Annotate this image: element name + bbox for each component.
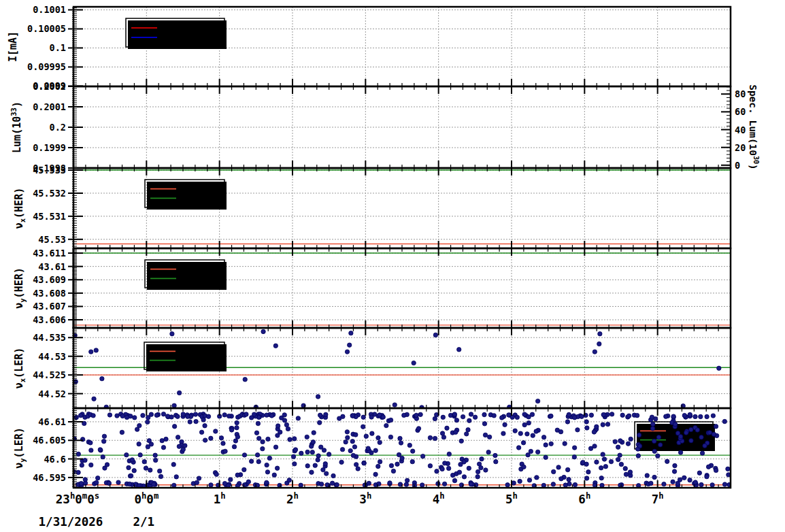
- y-axis-title: νx(LER): [13, 348, 27, 389]
- y-tick-label: 0.2002: [33, 81, 66, 92]
- y-axis-title: νy(LER): [13, 427, 27, 469]
- y-tick-label: 43.608: [33, 288, 66, 299]
- plot-canvas: LER 6.41E-2HER 4.27E-20.10010.100050.10.…: [0, 0, 785, 532]
- y-tick-label: 45.533: [33, 165, 66, 176]
- legend-label: 45.533: [186, 193, 218, 203]
- x-tick-label: 3h: [359, 491, 371, 506]
- date-label: 2/1: [133, 515, 155, 529]
- panel-current: LER 6.41E-2HER 4.27E-20.10010.100050.10.…: [7, 4, 731, 91]
- y-axis-ticks: 43.61143.6143.60943.60843.60743.606: [33, 248, 83, 328]
- y-tick-label: 46.61: [38, 416, 66, 427]
- legend-label: 44.527: [186, 355, 218, 365]
- x-tick-label: 23h0m0s: [56, 491, 99, 506]
- legend: 45.53045.533: [145, 180, 227, 210]
- date-label: 1/31/2026: [39, 515, 103, 529]
- panel-nux-ler: 44.52544.52744.53544.5344.52544.52νx(LER…: [13, 328, 731, 410]
- y-axis-ticks: 0.10010.100050.10.099950.0999: [27, 4, 83, 91]
- legend-label: HER 4.27E-2: [161, 33, 218, 43]
- y-tick-label: 0.2001: [33, 101, 66, 112]
- y-tick-label: 45.53: [38, 234, 66, 245]
- right-tick-label: 60: [735, 106, 746, 117]
- y-tick-label: 44.525: [33, 369, 66, 380]
- y-tick-label: 43.61: [38, 261, 66, 272]
- y-tick-label: 0.09995: [27, 61, 66, 72]
- y-tick-label: 44.52: [38, 388, 66, 399]
- x-tick-label: 1h: [214, 491, 226, 506]
- y-tick-label: 0.2: [50, 122, 66, 133]
- y-axis-ticks: 46.6146.60546.646.595: [33, 409, 83, 487]
- y-axis-title: I[mA]: [7, 31, 19, 62]
- legend: 43.60643.611: [145, 260, 227, 290]
- y-axis-title: νy(HER): [13, 267, 27, 309]
- right-tick-label: 20: [735, 142, 746, 153]
- legend-label: LER 6.41E-2: [161, 23, 218, 33]
- y-tick-label: 46.6: [44, 454, 66, 465]
- panel-nux-her: 45.53045.53345.53345.53245.53145.53νx(HE…: [13, 165, 731, 248]
- right-tick-label: 0: [735, 160, 740, 171]
- right-tick-label: 80: [735, 88, 746, 99]
- y-tick-label: 43.611: [33, 248, 66, 259]
- y-tick-label: 45.532: [33, 188, 66, 199]
- y-tick-label: 43.607: [33, 301, 66, 312]
- x-axis-labels: 23h0m0s0h0m1h2h3h4h5h6h7h1/31/20262/1: [39, 491, 664, 529]
- x-tick-label: 0h0m: [134, 491, 158, 506]
- right-axis-title: Spec. Lum(1030): [748, 84, 760, 170]
- legend: 44.52544.527: [144, 342, 227, 371]
- x-tick-label: 7h: [652, 491, 664, 506]
- y-tick-label: 45.531: [33, 211, 66, 222]
- panel-nuy-ler: 46.59346.60146.6146.60546.646.595νy(LER): [13, 408, 731, 488]
- legend-label: 43.611: [186, 273, 218, 284]
- x-tick-label: 6h: [578, 491, 590, 506]
- y-tick-label: 0.1999: [33, 142, 66, 153]
- panel-nuy-her: 43.60643.61143.61143.6143.60943.60843.60…: [13, 248, 731, 328]
- panel-luminosity: 0.20020.20010.20.19990.1998020406080Spec…: [10, 81, 760, 173]
- scatter-points: [71, 412, 731, 488]
- y-tick-label: 44.53: [38, 351, 66, 362]
- y-axis-title: νx(HER): [13, 188, 27, 229]
- y-tick-label: 0.1: [50, 42, 66, 53]
- y-tick-label: 43.609: [33, 274, 66, 285]
- right-tick-label: 40: [735, 124, 746, 135]
- tune-monitor-figure: LER 6.41E-2HER 4.27E-20.10010.100050.10.…: [0, 0, 785, 532]
- y-axis-ticks: 45.53345.53245.53145.53: [33, 165, 83, 246]
- y-tick-label: 44.535: [33, 332, 66, 343]
- gridlines: [73, 86, 731, 168]
- y-tick-label: 0.1001: [33, 4, 66, 15]
- y-tick-label: 46.595: [33, 472, 66, 483]
- y-tick-label: 43.606: [33, 314, 66, 325]
- x-tick-label: 4h: [433, 491, 445, 506]
- y-tick-label: 0.10005: [27, 23, 66, 34]
- y-tick-label: 46.605: [33, 435, 66, 446]
- x-axis-ticks: [73, 79, 731, 86]
- y-axis-ticks: 44.53544.5344.52544.52: [33, 328, 83, 406]
- y-axis-title: Lum(1033): [10, 101, 23, 153]
- legend: LER 6.41E-2HER 4.27E-2: [126, 18, 227, 49]
- x-tick-label: 2h: [286, 491, 299, 506]
- y-axis-ticks: 0.20020.20010.20.19990.1998: [33, 81, 83, 173]
- x-tick-label: 5h: [505, 491, 518, 506]
